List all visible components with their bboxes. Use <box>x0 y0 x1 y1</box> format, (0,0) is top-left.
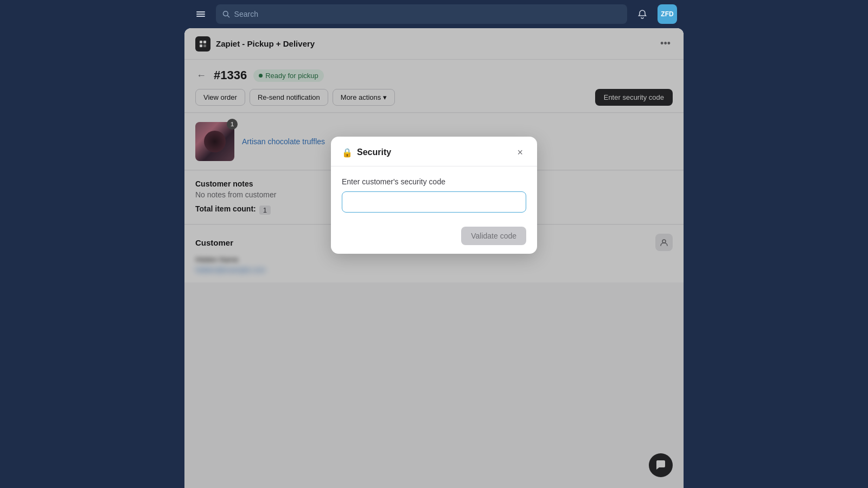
svg-rect-1 <box>196 14 205 15</box>
svg-rect-0 <box>196 11 205 12</box>
modal-body: Enter customer's security code <box>331 166 537 221</box>
main-panel: Zapiet - Pickup + Delivery ••• ← #1336 R… <box>184 28 684 488</box>
user-avatar[interactable]: ZFD <box>658 4 677 24</box>
top-nav: ZFD <box>184 0 684 28</box>
security-modal: 🔒 Security × Enter customer's security c… <box>331 137 537 254</box>
modal-body-label: Enter customer's security code <box>342 177 526 186</box>
modal-close-button[interactable]: × <box>514 146 526 158</box>
menu-button[interactable] <box>191 4 210 24</box>
search-input[interactable] <box>234 10 621 18</box>
security-code-input[interactable] <box>342 191 526 213</box>
svg-line-4 <box>227 15 229 17</box>
search-icon <box>222 10 230 18</box>
validate-code-button[interactable]: Validate code <box>461 227 526 245</box>
modal-backdrop: 🔒 Security × Enter customer's security c… <box>184 28 684 488</box>
modal-header: 🔒 Security × <box>331 137 537 166</box>
notification-bell[interactable] <box>633 4 652 24</box>
search-bar <box>216 4 627 24</box>
modal-title-wrap: 🔒 Security <box>342 147 391 158</box>
svg-rect-2 <box>196 16 205 17</box>
lock-icon: 🔒 <box>342 147 353 158</box>
modal-title: Security <box>357 147 391 157</box>
modal-footer: Validate code <box>331 221 537 254</box>
